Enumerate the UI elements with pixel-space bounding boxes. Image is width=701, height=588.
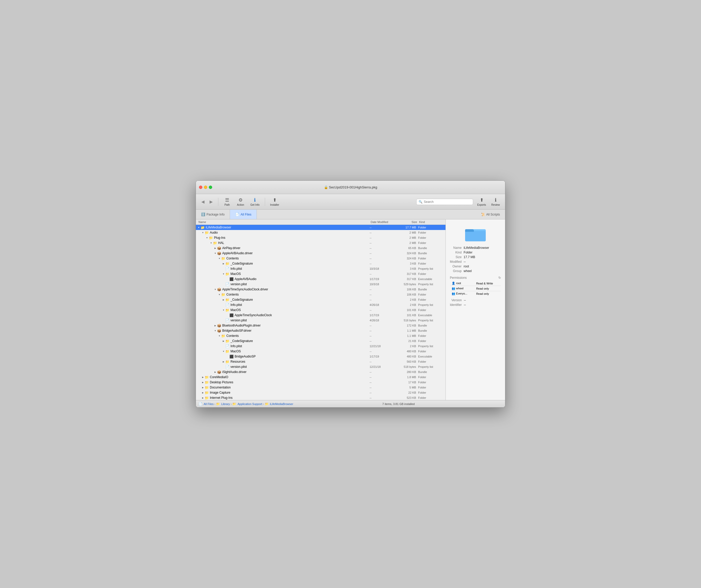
triangle-icon[interactable]: ▼ — [213, 252, 217, 254]
table-row[interactable]: 📄version.plist12/21/18518 bytesProperty … — [196, 364, 446, 369]
file-date: 10/3/18 — [370, 267, 396, 270]
perm-root-icon: 👤 — [452, 281, 455, 285]
table-row[interactable]: ▼📁MacOS--317 KBFolder — [196, 271, 446, 276]
triangle-icon[interactable]: ▼ — [218, 293, 221, 296]
file-name-label: HAL — [218, 241, 224, 245]
file-date: 1/17/19 — [370, 277, 396, 280]
table-row[interactable]: ▶📁Desktop Pictures--17 KBFolder — [196, 380, 446, 385]
table-row[interactable]: ▶📁Image Capture--22 KBFolder — [196, 390, 446, 395]
table-row[interactable]: ▼📁Audio--2 MBFolder — [196, 230, 446, 235]
back-button[interactable]: ◀ — [199, 198, 207, 205]
review-button[interactable]: ℹ Review — [489, 196, 502, 207]
table-row[interactable]: ▼📦AppleAVBAudio.driver--324 KBBundle — [196, 251, 446, 256]
breadcrumb-allfiles[interactable]: All Files — [204, 402, 214, 405]
triangle-icon[interactable]: ▶ — [201, 386, 205, 389]
triangle-icon[interactable]: ▼ — [218, 335, 221, 337]
file-kind: Folder — [416, 334, 444, 337]
table-row[interactable]: ▼📁MacOS--480 KBFolder — [196, 349, 446, 354]
search-input[interactable] — [424, 200, 471, 204]
triangle-icon[interactable]: ▶ — [222, 340, 225, 342]
triangle-icon[interactable]: ▶ — [222, 361, 225, 363]
triangle-icon[interactable]: ▶ — [213, 247, 217, 249]
triangle-icon[interactable]: ▼ — [222, 309, 225, 311]
table-row[interactable]: ▶📦AirPlay.driver--65 KBBundle — [196, 245, 446, 251]
triangle-icon[interactable]: ▼ — [205, 237, 209, 239]
forward-button[interactable]: ▶ — [207, 198, 215, 205]
col-header-size: Size — [397, 220, 417, 223]
table-row[interactable]: ▼📦AppleTimeSyncAudioClock.driver--106 KB… — [196, 287, 446, 292]
exports-button[interactable]: ⬆ Exports — [475, 196, 488, 207]
triangle-icon[interactable]: ▼ — [201, 231, 205, 234]
triangle-icon[interactable]: ▶ — [201, 397, 205, 399]
minimize-button[interactable] — [204, 186, 207, 189]
table-row[interactable]: 📄version.plist10/3/18529 bytesProperty l… — [196, 281, 446, 287]
table-row[interactable]: ▼📦BridgeAudioSP.driver--1.1 MBBundle — [196, 328, 446, 333]
table-row[interactable]: ▶📁_CodeSignature--3 KBFolder — [196, 261, 446, 266]
triangle-icon[interactable]: ▶ — [213, 371, 217, 373]
file-date: -- — [370, 370, 396, 374]
file-size: 280 KB — [396, 370, 416, 374]
table-row[interactable]: ▼📁Contents--324 KBFolder — [196, 256, 446, 261]
table-row[interactable]: ▼📁Contents--106 KBFolder — [196, 292, 446, 297]
table-row[interactable]: ▼📁MacOS--101 KBFolder — [196, 308, 446, 313]
file-kind: Folder — [416, 350, 444, 353]
table-row[interactable]: ▶📦iSightAudio.driver--280 KBBundle — [196, 369, 446, 375]
permissions-label: Permissions ↻ — [450, 276, 501, 279]
file-kind: Folder — [416, 396, 444, 399]
table-row[interactable]: ▼📁iLifeMediaBrowser--17.7 MBFolder — [196, 225, 446, 230]
breadcrumb-appsupport[interactable]: Application Support — [237, 402, 262, 405]
breadcrumb-library[interactable]: Library — [221, 402, 230, 405]
triangle-icon[interactable]: ▶ — [201, 381, 205, 384]
file-date: 12/21/18 — [370, 365, 396, 368]
triangle-icon[interactable]: ▼ — [218, 257, 221, 260]
table-row[interactable]: ⬛BridgeAudioSP1/17/19480 KBExecutable — [196, 354, 446, 359]
file-size: 516 bytes — [396, 319, 416, 322]
triangle-icon[interactable]: ▼ — [213, 330, 217, 332]
table-row[interactable]: ▼📁Plug-Ins--2 MBFolder — [196, 235, 446, 240]
table-row[interactable]: ▶📁_CodeSignature--21 KBFolder — [196, 338, 446, 344]
table-row[interactable]: 📄Info.plist10/3/183 KBProperty list — [196, 266, 446, 271]
triangle-icon[interactable]: ▼ — [209, 242, 213, 244]
table-row[interactable]: ▶📁Documentation--5 MBFolder — [196, 385, 446, 390]
table-row[interactable]: ⬛AppleAVBAudio1/17/19317 KBExecutable — [196, 276, 446, 281]
permissions-refresh-icon[interactable]: ↻ — [498, 276, 501, 279]
triangle-icon[interactable]: ▶ — [213, 325, 217, 327]
close-button[interactable] — [199, 186, 202, 189]
installer-button[interactable]: ⬆ Installer — [268, 196, 281, 207]
triangle-icon[interactable]: ▼ — [222, 273, 225, 275]
triangle-icon[interactable]: ▶ — [201, 392, 205, 394]
tab-package-info[interactable]: ℹ️ Package Info — [196, 210, 230, 219]
file-date: -- — [370, 386, 396, 389]
triangle-icon[interactable]: ▶ — [201, 376, 205, 378]
maximize-button[interactable] — [209, 186, 212, 189]
table-row[interactable]: 📄version.plist4/26/18516 bytesProperty l… — [196, 318, 446, 323]
triangle-icon[interactable]: ▼ — [197, 226, 201, 229]
table-row[interactable]: 📄Info.plist12/21/182 KBProperty list — [196, 344, 446, 349]
triangle-icon[interactable]: ▶ — [222, 262, 225, 265]
triangle-icon[interactable]: ▶ — [222, 299, 225, 301]
triangle-icon[interactable]: ▼ — [222, 350, 225, 353]
file-type-icon: ⬛ — [229, 277, 234, 281]
table-row[interactable]: ▶📁_CodeSignature--2 KBFolder — [196, 297, 446, 302]
table-row[interactable]: ▶📁Resources--560 KBFolder — [196, 359, 446, 364]
file-size: 172 KB — [396, 324, 416, 327]
action-button[interactable]: ⚙ Action — [235, 196, 246, 207]
file-list-panel: Name Date Modified Size Kind ▼📁iLifeMedi… — [196, 219, 446, 400]
all-scripts-header: 📜 All Scripts — [476, 210, 505, 219]
tab-all-files[interactable]: 📄 All Files — [230, 210, 257, 219]
table-row[interactable]: ▶📁Internet Plug-Ins--523 KBFolder — [196, 395, 446, 400]
triangle-icon[interactable]: ▼ — [213, 288, 217, 290]
path-button[interactable]: ☰ Path — [221, 196, 233, 207]
file-name-label: Contents — [226, 293, 239, 296]
table-row[interactable]: 📄Info.plist4/26/182 KBProperty list — [196, 302, 446, 308]
table-row[interactable]: ▶📁CoreMediaIO--1.8 MBFolder — [196, 375, 446, 380]
get-info-button[interactable]: ℹ Get Info — [248, 196, 262, 207]
table-row[interactable]: ▼📁Contents--1.1 MBFolder — [196, 333, 446, 338]
file-tree[interactable]: ▼📁iLifeMediaBrowser--17.7 MBFolder▼📁Audi… — [196, 225, 446, 400]
table-row[interactable]: ⬛AppleTimeSyncAudioClock1/17/19101 KBExe… — [196, 313, 446, 318]
breadcrumb-ilife[interactable]: iLifeMediaBrowser — [270, 402, 293, 405]
file-type-icon: 📄 — [225, 282, 229, 286]
table-row[interactable]: ▶📦BluetoothAudioPlugIn.driver--172 KBBun… — [196, 323, 446, 328]
file-date: -- — [370, 288, 396, 291]
table-row[interactable]: ▼📁HAL--2 MBFolder — [196, 240, 446, 245]
